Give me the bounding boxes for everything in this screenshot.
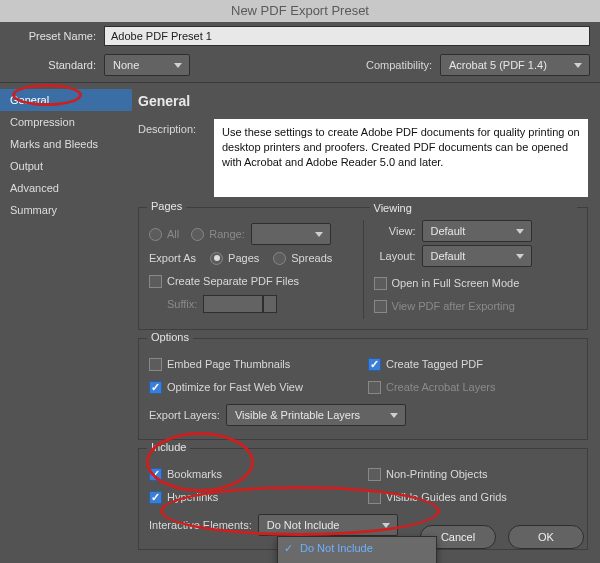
view-select[interactable]: Default	[422, 220, 532, 242]
interactive-elements-label: Interactive Elements:	[149, 519, 252, 531]
tagged-pdf-label: Create Tagged PDF	[386, 358, 483, 370]
export-layers-label: Export Layers:	[149, 409, 220, 421]
suffix-popup-button	[263, 295, 277, 313]
embed-thumbs-label: Embed Page Thumbnails	[167, 358, 290, 370]
visible-guides-check[interactable]	[368, 491, 381, 504]
ok-button[interactable]: OK	[508, 525, 584, 549]
acrobat-layers-label: Create Acrobat Layers	[386, 381, 495, 393]
dd-include-appearance[interactable]: Include Appearance	[278, 559, 436, 563]
panel-title: General	[138, 93, 588, 109]
all-label: All	[167, 228, 179, 240]
full-screen-check[interactable]	[374, 277, 387, 290]
spreads-radio-label: Spreads	[291, 252, 332, 264]
non-printing-label: Non-Printing Objects	[386, 468, 488, 480]
non-printing-check[interactable]	[368, 468, 381, 481]
hyperlinks-check[interactable]	[149, 491, 162, 504]
preset-name-row: Preset Name:	[0, 22, 600, 50]
layout-select[interactable]: Default	[422, 245, 532, 267]
pages-group-title: Pages	[147, 200, 186, 212]
standard-compat-row: Standard: None Compatibility: Acrobat 5 …	[0, 50, 600, 80]
acrobat-layers-check	[368, 381, 381, 394]
export-as-label: Export As	[149, 252, 196, 264]
viewing-group-title: Viewing	[370, 202, 578, 214]
preset-name-input[interactable]	[104, 26, 590, 46]
all-radio	[149, 228, 162, 241]
compatibility-select[interactable]: Acrobat 5 (PDF 1.4)	[440, 54, 590, 76]
pages-radio-label: Pages	[228, 252, 259, 264]
hyperlinks-label: Hyperlinks	[167, 491, 218, 503]
suffix-label: Suffix:	[167, 298, 197, 310]
create-separate-label: Create Separate PDF Files	[167, 275, 299, 287]
interactive-elements-dropdown: Do Not Include Include Appearance	[277, 536, 437, 563]
range-radio	[191, 228, 204, 241]
view-after-check	[374, 300, 387, 313]
interactive-elements-select[interactable]: Do Not Include	[258, 514, 398, 536]
range-select	[251, 223, 331, 245]
suffix-input	[203, 295, 263, 313]
dd-do-not-include[interactable]: Do Not Include	[278, 537, 436, 559]
sidebar-item-marks-bleeds[interactable]: Marks and Bleeds	[0, 133, 132, 155]
options-group-title: Options	[147, 331, 193, 343]
view-label: View:	[374, 225, 416, 237]
standard-select[interactable]: None	[104, 54, 190, 76]
layout-label: Layout:	[374, 250, 416, 262]
sidebar-item-summary[interactable]: Summary	[0, 199, 132, 221]
description-textarea[interactable]: Use these settings to create Adobe PDF d…	[214, 119, 588, 197]
visible-guides-label: Visible Guides and Grids	[386, 491, 507, 503]
general-panel: General Description: Use these settings …	[132, 85, 600, 558]
pages-radio[interactable]	[210, 252, 223, 265]
dialog-title: New PDF Export Preset	[0, 0, 600, 22]
create-separate-check[interactable]	[149, 275, 162, 288]
preset-name-label: Preset Name:	[4, 30, 104, 42]
category-sidebar: General Compression Marks and Bleeds Out…	[0, 85, 132, 558]
optimize-check[interactable]	[149, 381, 162, 394]
embed-thumbs-check[interactable]	[149, 358, 162, 371]
export-layers-select[interactable]: Visible & Printable Layers	[226, 404, 406, 426]
bookmarks-check[interactable]	[149, 468, 162, 481]
bookmarks-label: Bookmarks	[167, 468, 222, 480]
description-label: Description:	[138, 119, 214, 197]
sidebar-item-advanced[interactable]: Advanced	[0, 177, 132, 199]
view-after-label: View PDF after Exporting	[392, 300, 515, 312]
sidebar-item-output[interactable]: Output	[0, 155, 132, 177]
standard-label: Standard:	[4, 59, 104, 71]
spreads-radio[interactable]	[273, 252, 286, 265]
sidebar-item-compression[interactable]: Compression	[0, 111, 132, 133]
range-label: Range:	[209, 228, 244, 240]
optimize-label: Optimize for Fast Web View	[167, 381, 303, 393]
include-group-title: Include	[147, 441, 190, 453]
full-screen-label: Open in Full Screen Mode	[392, 277, 520, 289]
sidebar-item-general[interactable]: General	[0, 89, 132, 111]
compatibility-label: Compatibility:	[366, 59, 432, 71]
tagged-pdf-check[interactable]	[368, 358, 381, 371]
